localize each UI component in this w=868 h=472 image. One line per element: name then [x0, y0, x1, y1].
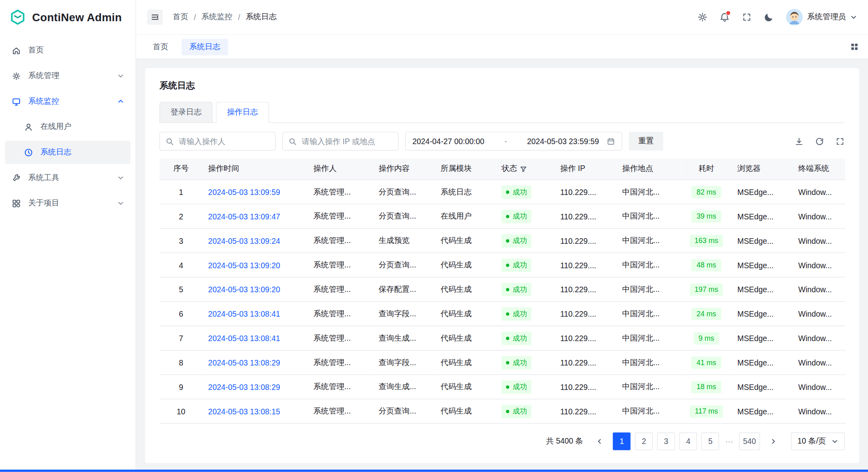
- operator-search-input[interactable]: [178, 136, 270, 146]
- pagination-page-4[interactable]: 4: [680, 432, 697, 450]
- status-dot: [506, 410, 509, 413]
- pagination-page-3[interactable]: 3: [657, 432, 675, 450]
- cell-browser: MSEdge...: [732, 277, 793, 301]
- pagination-page-1[interactable]: 1: [613, 432, 631, 450]
- settings-button[interactable]: [693, 8, 712, 26]
- status-dot: [506, 385, 509, 388]
- time-link[interactable]: 2024-05-03 13:08:29: [208, 358, 280, 367]
- cell-location: 中国河北...: [617, 204, 681, 229]
- notifications-button[interactable]: [715, 8, 734, 26]
- time-link[interactable]: 2024-05-03 13:08:29: [208, 382, 280, 391]
- avatar-face: [786, 9, 802, 25]
- date-range-picker[interactable]: 2024-04-27 00:00:00 - 2024-05-03 23:59:5…: [405, 132, 622, 151]
- pagination-page-2[interactable]: 2: [635, 432, 653, 450]
- pagination-ellipsis[interactable]: ···: [724, 437, 735, 446]
- user-menu[interactable]: 系统管理员: [786, 9, 857, 25]
- cell-index: 9: [159, 375, 202, 399]
- export-button[interactable]: [794, 137, 804, 146]
- sidebar-item-online-users[interactable]: 在线用户: [5, 115, 130, 139]
- cell-duration: 18 ms: [681, 375, 732, 399]
- page-title: 系统日志: [159, 80, 845, 92]
- cell-content: 分页查询...: [373, 204, 435, 229]
- sidebar-item-system-management[interactable]: 系统管理: [5, 64, 130, 87]
- time-link[interactable]: 2024-05-03 13:09:47: [208, 212, 280, 221]
- chevron-left-icon: [596, 438, 603, 445]
- table-row: 4 2024-05-03 13:09:20 系统管理... 分页查询... 代码…: [159, 253, 845, 277]
- cell-time: 2024-05-03 13:09:59: [202, 180, 308, 204]
- date-separator: -: [491, 137, 520, 146]
- wrench-icon: [12, 173, 21, 183]
- table-actions: [794, 137, 845, 146]
- breadcrumb-separator: /: [238, 13, 240, 22]
- logo[interactable]: ContiNew Admin: [0, 0, 136, 34]
- cell-index: 3: [159, 229, 202, 253]
- sidebar-item-system-log[interactable]: 系统日志: [5, 141, 130, 164]
- refresh-button[interactable]: [815, 137, 824, 146]
- time-link[interactable]: 2024-05-03 13:09:20: [208, 285, 280, 294]
- cell-index: 10: [159, 399, 202, 424]
- ip-search-input[interactable]: [301, 136, 393, 146]
- cell-operator: 系统管理...: [308, 326, 373, 350]
- sidebar-collapse-button[interactable]: [147, 10, 163, 25]
- sidebar-item-system-tools[interactable]: 系统工具: [5, 166, 130, 189]
- time-link[interactable]: 2024-05-03 13:09:59: [208, 187, 280, 196]
- status-dot: [506, 215, 509, 218]
- sidebar-item-label: 系统日志: [40, 147, 71, 157]
- pagination-page-last[interactable]: 540: [739, 432, 760, 450]
- fullscreen-button[interactable]: [738, 8, 756, 26]
- cell-ip: 110.229....: [555, 204, 617, 229]
- col-index: 序号: [159, 159, 202, 180]
- cell-location: 中国河北...: [617, 399, 681, 424]
- table-row: 7 2024-05-03 13:08:41 系统管理... 查询生成... 代码…: [159, 326, 845, 350]
- time-link[interactable]: 2024-05-03 13:09:24: [208, 236, 280, 245]
- pagination-next-button[interactable]: [764, 432, 782, 450]
- col-status-label: 状态: [501, 164, 517, 174]
- sidebar-item-home[interactable]: 首页: [5, 39, 130, 62]
- cell-status: 成功: [496, 204, 555, 229]
- operator-search-box[interactable]: [159, 132, 275, 151]
- tab-login-log[interactable]: 登录日志: [159, 102, 212, 123]
- tab-operation-log[interactable]: 操作日志: [216, 102, 269, 123]
- time-link[interactable]: 2024-05-03 13:08:41: [208, 309, 280, 318]
- breadcrumb: 首页 / 系统监控 / 系统日志: [173, 12, 277, 22]
- tab-actions-button[interactable]: [850, 42, 859, 52]
- cell-operator: 系统管理...: [308, 253, 373, 277]
- col-status: 状态: [496, 159, 555, 180]
- breadcrumb-separator: /: [194, 13, 196, 22]
- pagination-page-5[interactable]: 5: [702, 432, 719, 450]
- sidebar-item-label: 首页: [28, 45, 44, 55]
- breadcrumb-item-monitor[interactable]: 系统监控: [201, 12, 232, 22]
- sidebar-item-system-monitor[interactable]: 系统监控: [5, 90, 130, 113]
- page-tab-system-log[interactable]: 系统日志: [182, 38, 228, 55]
- cell-ip: 110.229....: [555, 375, 617, 399]
- page-size-select[interactable]: 10 条/页: [791, 432, 845, 450]
- search-icon: [166, 137, 174, 145]
- duration-badge: 18 ms: [692, 381, 721, 393]
- download-icon: [794, 137, 804, 146]
- cell-status: 成功: [496, 399, 555, 424]
- reset-button[interactable]: 重置: [629, 132, 663, 151]
- user-name: 系统管理员: [807, 12, 846, 22]
- ip-search-box[interactable]: [282, 132, 398, 151]
- page-tab-home[interactable]: 首页: [145, 38, 176, 55]
- theme-toggle-button[interactable]: [760, 8, 778, 26]
- cell-index: 7: [159, 326, 202, 350]
- filter-funnel-icon[interactable]: [520, 165, 527, 173]
- time-link[interactable]: 2024-05-03 13:08:41: [208, 333, 280, 342]
- breadcrumb-item-home[interactable]: 首页: [173, 12, 188, 22]
- cell-location: 中国河北...: [617, 277, 681, 301]
- sidebar-item-about-project[interactable]: 关于项目: [5, 192, 130, 215]
- cell-ip: 110.229....: [555, 301, 617, 326]
- cell-operator: 系统管理...: [308, 277, 373, 301]
- apps-icon: [12, 199, 21, 208]
- table-fullscreen-button[interactable]: [835, 137, 845, 146]
- pagination-prev-button[interactable]: [591, 432, 608, 450]
- time-link[interactable]: 2024-05-03 13:09:20: [208, 261, 280, 269]
- sidebar: ContiNew Admin 首页 系统管理 系统监控 在线用户: [0, 0, 136, 472]
- status-badge: 成功: [501, 258, 531, 271]
- table-row: 3 2024-05-03 13:09:24 系统管理... 生成预览 代码生成 …: [159, 229, 845, 253]
- duration-badge: 163 ms: [690, 235, 723, 247]
- time-link[interactable]: 2024-05-03 13:08:15: [208, 407, 280, 416]
- app-root: ContiNew Admin 首页 系统管理 系统监控 在线用户: [0, 0, 868, 472]
- breadcrumb-item-current: 系统日志: [246, 12, 277, 22]
